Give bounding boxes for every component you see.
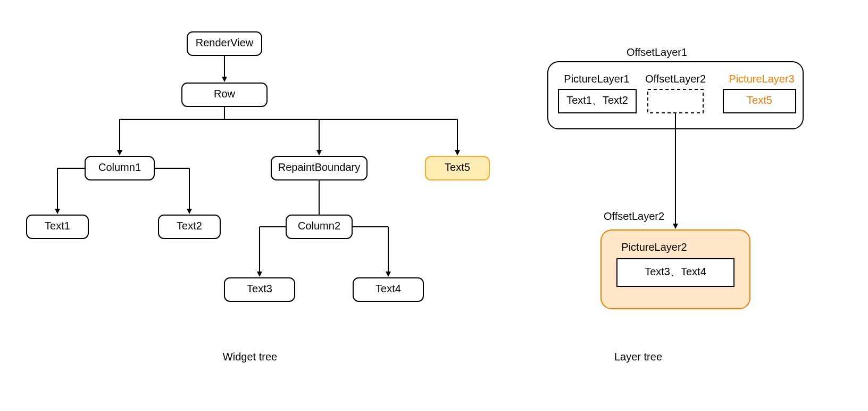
layer-tree-caption: Layer tree: [614, 351, 662, 363]
offsetlayer1-title: OffsetLayer1: [627, 46, 687, 58]
node-column2: Column2: [286, 215, 352, 239]
offsetlayer2-title: OffsetLayer2: [604, 210, 664, 222]
node-column2-label: Column2: [298, 220, 340, 232]
node-text5: Text5: [425, 157, 489, 180]
node-text1: Text1: [27, 215, 88, 239]
node-text5-label: Text5: [445, 161, 470, 173]
node-repaintboundary: RepaintBoundary: [271, 157, 367, 180]
node-renderview: RenderView: [187, 32, 262, 55]
node-text2-label: Text2: [177, 220, 202, 232]
offsetlayer2-placeholder-title: OffsetLayer2: [645, 73, 706, 85]
node-text2: Text2: [158, 215, 220, 239]
node-text4: Text4: [353, 278, 423, 301]
node-text1-label: Text1: [45, 220, 70, 232]
picturelayer3-title: PictureLayer3: [729, 73, 794, 85]
node-row: Row: [182, 83, 267, 106]
picturelayer3-content: Text5: [747, 94, 772, 106]
widget-tree-caption: Widget tree: [223, 351, 277, 363]
diagram-canvas: RenderView Row Column1 RepaintBoundary T…: [0, 0, 868, 411]
picturelayer2-content: Text3、Text4: [645, 266, 706, 277]
node-text3: Text3: [224, 278, 295, 301]
node-text3-label: Text3: [247, 283, 272, 294]
picturelayer2-title: PictureLayer2: [621, 241, 687, 253]
node-text4-label: Text4: [375, 283, 401, 294]
node-row-label: Row: [214, 88, 236, 100]
node-repaintboundary-label: RepaintBoundary: [278, 161, 361, 173]
node-renderview-label: RenderView: [196, 37, 254, 48]
node-column1: Column1: [85, 157, 154, 180]
node-column1-label: Column1: [98, 161, 141, 173]
picturelayer1-title: PictureLayer1: [564, 73, 629, 85]
picturelayer1-content: Text1、Text2: [566, 94, 628, 106]
